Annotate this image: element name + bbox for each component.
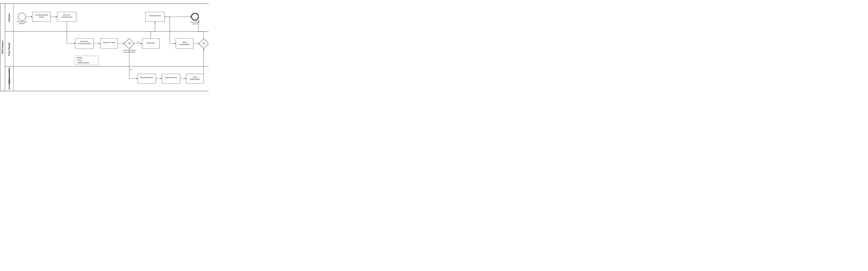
end-label1: Non-conformity xyxy=(191,21,199,23)
start-event-shape xyxy=(18,13,26,21)
task-report-t1: Fill out non- xyxy=(63,14,71,16)
task-impl-qmo-t1: Implement actions xyxy=(165,77,177,78)
task-check-qmo-t1: Check xyxy=(193,76,197,78)
end-event-shape xyxy=(191,13,198,20)
task-assess-t2: conformity and risks xyxy=(78,43,91,45)
task-assess-t1: Assess non- xyxy=(80,40,89,42)
gateway-join-x: ✕ xyxy=(203,42,205,45)
task-impl-qmo-rect xyxy=(162,74,180,83)
task-immediate-t1: Conduct immediate xyxy=(35,14,48,16)
task-implement-e-t1: Implement actions xyxy=(149,15,161,17)
gateway-x-mark: ✕ xyxy=(128,42,130,45)
annot-text3: - Ishikawa diagram xyxy=(77,62,89,63)
no-label: No xyxy=(130,69,132,70)
task-check-qmo-t2: implementation xyxy=(190,78,200,80)
start-label1: Non-conformity xyxy=(17,21,27,23)
task-plan-t1: Plan actions xyxy=(147,42,155,44)
annot-text1: Methods: xyxy=(77,57,83,59)
main-diagram-container: ARTS Solutions Employee Project Manager … xyxy=(0,3,209,91)
pm-label: Project Manager xyxy=(8,42,10,56)
start-label2: detected xyxy=(19,23,25,24)
pm-lane-border xyxy=(5,31,209,66)
task-plan-general-rect xyxy=(137,74,156,83)
task-check-pm-t2: implementation xyxy=(180,44,190,45)
task-check-pm-t1: Check xyxy=(182,42,187,43)
task-implement-e-rect xyxy=(145,12,164,22)
full-diagram-svg: ARTS Solutions Employee Project Manager … xyxy=(0,4,209,91)
end-label2: processed xyxy=(192,23,198,25)
task-report-t2: conformity report xyxy=(61,16,72,18)
org-label-text: ARTS Solutions xyxy=(2,40,3,54)
annot-text2: - 5 Why xyxy=(77,59,82,61)
qmo-label-b: Officer xyxy=(8,78,10,84)
yes-label: Yes xyxy=(137,41,139,43)
task-plan-general-t1: Plan general actions xyxy=(140,77,153,78)
task-analyse-t1: Analyse root cause xyxy=(103,42,116,44)
task-immediate-t2: actions xyxy=(39,16,44,18)
employee-label: Employee xyxy=(8,13,10,22)
task-analyse-rect xyxy=(100,38,118,49)
